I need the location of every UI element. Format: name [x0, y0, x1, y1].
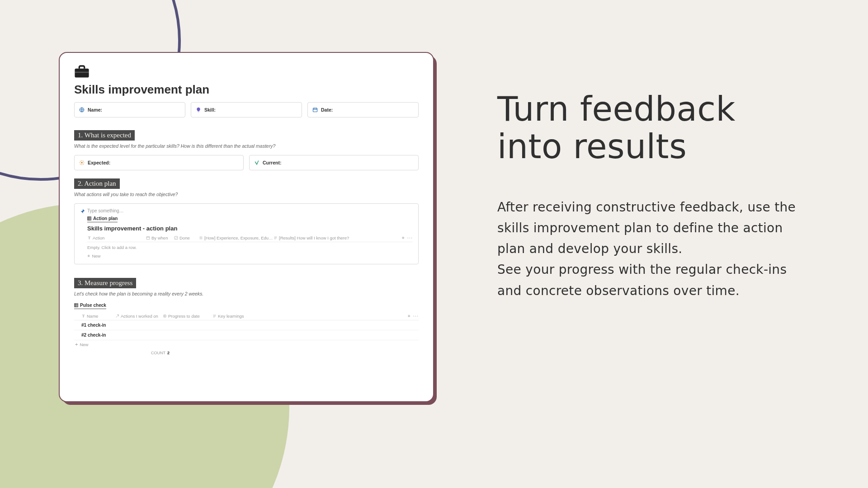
svg-rect-3	[313, 108, 317, 112]
pulse-check-block: Pulse check Name Actions I worked on Pro…	[74, 303, 419, 355]
pulse-col-actions: + ···	[401, 313, 419, 319]
col-by-when[interactable]: By when	[146, 235, 174, 240]
table-header-row: Action By when Done [How] Experience, Ex…	[87, 234, 413, 242]
top-field-row: Name: Skill: Date:	[74, 102, 419, 117]
pulse-header-row: Name Actions I worked on Progress to dat…	[74, 312, 419, 320]
text-icon	[87, 236, 91, 240]
promo-column: Turn feedback into results After receivi…	[497, 90, 805, 301]
section-1-header: 1. What is expected	[74, 130, 135, 141]
template-card: Skills improvement plan Name: Skill: Dat…	[59, 52, 434, 402]
col-actions: + ···	[395, 235, 413, 240]
text-col-icon	[274, 236, 278, 240]
table-icon	[74, 303, 78, 307]
col-done[interactable]: Done	[174, 235, 199, 240]
col-learnings[interactable]: Key learnings	[212, 314, 401, 319]
table-row[interactable]: #1 check-in	[74, 320, 419, 330]
tab-action-plan[interactable]: Action plan	[87, 216, 118, 222]
promo-body-2: See your progress with the regular check…	[497, 262, 787, 298]
col-progress[interactable]: Progress to date	[163, 314, 212, 319]
svg-rect-8	[75, 304, 78, 307]
current-field[interactable]: Current:	[249, 155, 419, 170]
add-column-button[interactable]: +	[407, 314, 410, 319]
calendar-icon	[312, 107, 318, 113]
name-label: Name:	[88, 107, 102, 113]
svg-rect-5	[88, 217, 91, 221]
new-row-button[interactable]: +New	[87, 252, 413, 260]
section-2-header: 2. Action plan	[74, 178, 120, 189]
text-col-icon	[212, 314, 217, 318]
tab-label: Action plan	[93, 216, 118, 221]
action-plan-table: Action By when Done [How] Experience, Ex…	[80, 234, 413, 260]
section-2-subtext: What actions will you take to reach the …	[74, 192, 419, 197]
date-field[interactable]: Date:	[307, 102, 419, 117]
col-how[interactable]: [How] Experience, Exposure, Edu…	[199, 235, 274, 240]
table-row[interactable]: #2 check-in	[74, 330, 419, 340]
multiselect-icon	[199, 236, 203, 240]
globe-icon	[79, 107, 85, 113]
status-icon	[163, 314, 167, 318]
card-surface: Skills improvement plan Name: Skill: Dat…	[59, 52, 434, 402]
bulb-icon	[196, 107, 201, 113]
plus-icon: +	[75, 342, 78, 347]
page-title: Skills improvement plan	[74, 83, 419, 97]
svg-rect-1	[75, 72, 89, 73]
table-options-button[interactable]: ···	[407, 235, 413, 240]
action-plan-embed: Type something… Action plan Skills impro…	[74, 203, 419, 264]
pulse-tabs: Pulse check	[74, 303, 419, 309]
promo-body-1: After receiving constructive feedback, u…	[497, 200, 796, 256]
calendar-icon	[146, 236, 150, 240]
svg-point-10	[164, 315, 165, 316]
plus-icon: +	[87, 253, 90, 258]
name-field[interactable]: Name:	[74, 102, 185, 117]
pulse-tab-label: Pulse check	[80, 303, 106, 308]
expected-field[interactable]: Expected:	[74, 155, 244, 170]
checkbox-icon	[174, 236, 178, 240]
action-plan-tabs: Action plan	[80, 216, 413, 222]
table-options-button[interactable]: ···	[413, 313, 419, 319]
date-label: Date:	[321, 107, 333, 113]
skill-label: Skill:	[204, 107, 216, 113]
section-3-subtext: Let's check how the plan is becoming a r…	[74, 291, 419, 296]
tab-pulse-check[interactable]: Pulse check	[74, 303, 106, 309]
placeholder-text: Type something…	[87, 208, 124, 213]
svg-rect-0	[75, 69, 89, 78]
section-3-header: 3. Measure progress	[74, 278, 136, 288]
table-icon	[87, 216, 91, 221]
col-name[interactable]: Name	[81, 314, 115, 319]
new-row-button[interactable]: +New	[74, 340, 419, 349]
check-v-icon	[254, 160, 259, 165]
text-icon	[81, 314, 85, 318]
promo-headline: Turn feedback into results	[497, 90, 805, 165]
add-column-button[interactable]: +	[401, 235, 404, 240]
expected-label: Expected:	[88, 160, 110, 165]
pulse-table: Name Actions I worked on Progress to dat…	[74, 312, 419, 355]
relation-icon	[115, 314, 119, 318]
svg-point-4	[81, 162, 82, 163]
pin-icon	[80, 209, 85, 213]
empty-row[interactable]: Empty. Click to add a row.	[87, 242, 413, 252]
count-summary: COUNT2	[74, 349, 419, 355]
col-action[interactable]: Action	[87, 235, 146, 240]
gear-icon	[79, 160, 85, 165]
briefcase-icon	[74, 65, 419, 78]
skill-field[interactable]: Skill:	[191, 102, 302, 117]
col-actions-worked[interactable]: Actions I worked on	[115, 314, 163, 319]
section-1-subtext: What is the expected level for the parti…	[74, 143, 419, 149]
embed-placeholder-row[interactable]: Type something…	[80, 208, 413, 213]
action-plan-table-title: Skills improvement - action plan	[80, 225, 413, 232]
expected-current-row: Expected: Current:	[74, 155, 419, 170]
promo-body: After receiving constructive feedback, u…	[497, 197, 805, 301]
current-label: Current:	[263, 160, 281, 165]
svg-rect-6	[146, 236, 150, 239]
col-results[interactable]: [Results] How will I know I got there?	[274, 235, 395, 240]
